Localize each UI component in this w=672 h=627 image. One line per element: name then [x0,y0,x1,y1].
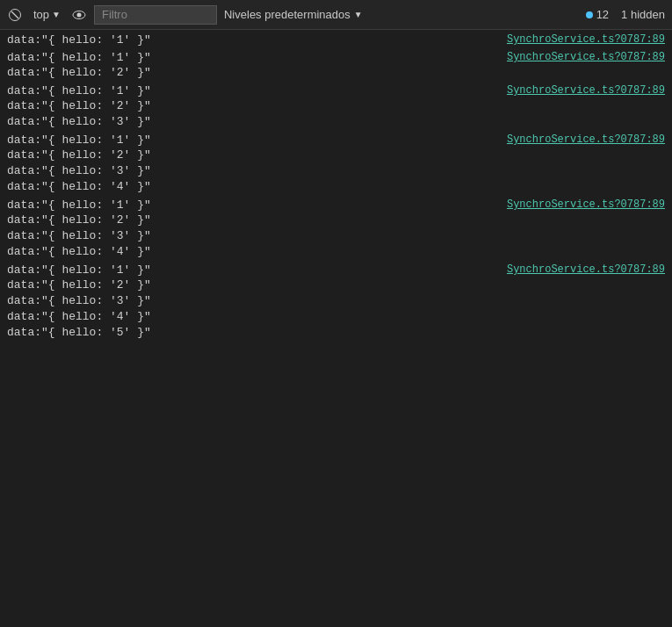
log-entry: data:"{ hello: '5' }" [0,325,672,341]
levels-label: Niveles predeterminados [224,8,350,21]
log-entry: data:"{ hello: '4' }" [0,179,672,195]
log-source-link[interactable]: SynchroService.ts?0787:89 [500,33,665,46]
log-text: data:"{ hello: '2' }" [7,278,665,292]
log-entry: data:"{ hello: '1' }"SynchroService.ts?0… [0,195,672,213]
svg-line-1 [11,11,18,18]
log-text: data:"{ hello: '1' }" [7,198,500,212]
log-entry: data:"{ hello: '3' }" [0,228,672,244]
log-text: data:"{ hello: '2' }" [7,99,665,112]
log-entry: data:"{ hello: '3' }" [0,114,672,130]
log-entry: data:"{ hello: '1' }"SynchroService.ts?0… [0,47,672,65]
log-source-link[interactable]: SynchroService.ts?0787:89 [500,198,665,211]
log-entry: data:"{ hello: '2' }" [0,98,672,114]
log-text: data:"{ hello: '1' }" [7,263,500,277]
log-text: data:"{ hello: '2' }" [7,213,665,227]
log-source-link[interactable]: SynchroService.ts?0787:89 [500,51,665,63]
log-text: data:"{ hello: '1' }" [7,51,500,64]
chevron-down-icon: ▼ [52,10,61,19]
log-text: data:"{ hello: '4' }" [7,180,665,193]
log-text: data:"{ hello: '4' }" [7,310,665,323]
log-text: data:"{ hello: '1' }" [7,133,500,147]
log-entry: data:"{ hello: '1' }"SynchroService.ts?0… [0,30,672,47]
log-text: data:"{ hello: '1' }" [7,33,500,47]
log-source-link[interactable]: SynchroService.ts?0787:89 [500,84,665,97]
log-text: data:"{ hello: '2' }" [7,66,665,79]
log-text: data:"{ hello: '5' }" [7,326,665,339]
badge-dot [586,11,593,18]
log-container: data:"{ hello: '1' }"SynchroService.ts?0… [0,30,672,627]
log-text: data:"{ hello: '2' }" [7,148,665,162]
toolbar: top ▼ Niveles predeterminados ▼ 12 1 hid… [0,0,672,30]
log-entry: data:"{ hello: '2' }" [0,65,672,81]
log-text: data:"{ hello: '3' }" [7,115,665,128]
log-entry: data:"{ hello: '2' }" [0,213,672,228]
svg-point-3 [76,12,81,17]
filter-input[interactable] [94,5,217,25]
top-dropdown-button[interactable]: top ▼ [30,6,64,23]
log-entry: data:"{ hello: '1' }"SynchroService.ts?0… [0,81,672,98]
log-text: data:"{ hello: '3' }" [7,294,665,307]
hidden-messages-button[interactable]: 1 hidden [618,6,668,23]
log-entry: data:"{ hello: '1' }"SynchroService.ts?0… [0,130,672,148]
levels-dropdown-button[interactable]: Niveles predeterminados ▼ [220,6,366,23]
log-entry: data:"{ hello: '2' }" [0,277,672,293]
log-entry: data:"{ hello: '3' }" [0,163,672,179]
log-entry: data:"{ hello: '4' }" [0,244,672,260]
log-entry: data:"{ hello: '2' }" [0,148,672,163]
log-source-link[interactable]: SynchroService.ts?0787:89 [500,133,665,146]
log-entry: data:"{ hello: '4' }" [0,309,672,325]
log-text: data:"{ hello: '4' }" [7,245,665,258]
log-source-link[interactable]: SynchroService.ts?0787:89 [500,263,665,276]
log-text: data:"{ hello: '1' }" [7,84,500,97]
eye-icon-button[interactable] [68,4,90,26]
log-text: data:"{ hello: '3' }" [7,164,665,177]
clear-console-button[interactable] [4,4,26,26]
log-entry: data:"{ hello: '1' }"SynchroService.ts?0… [0,260,672,277]
log-text: data:"{ hello: '3' }" [7,229,665,242]
badge-count-button[interactable]: 12 [581,6,614,23]
chevron-down-icon-levels: ▼ [354,10,363,19]
log-entry: data:"{ hello: '3' }" [0,293,672,309]
hidden-label: 1 hidden [621,8,665,21]
badge-count: 12 [596,8,609,21]
top-label: top [33,8,49,21]
